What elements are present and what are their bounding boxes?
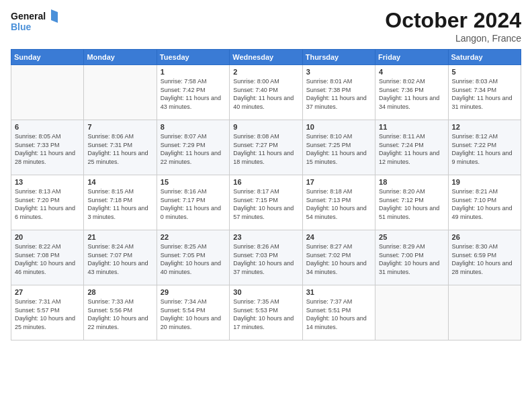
cell-2-6: 19 Sunrise: 8:21 AM Sunset: 7:10 PM Dayl…: [448, 175, 521, 230]
cell-info: Sunrise: 8:11 AM Sunset: 7:24 PM Dayligh…: [379, 132, 444, 166]
cell-3-0: 20 Sunrise: 8:22 AM Sunset: 7:08 PM Dayl…: [11, 230, 84, 285]
day-number: 11: [379, 123, 444, 131]
logo: General Blue: [11, 8, 58, 34]
day-number: 25: [379, 233, 444, 241]
cell-info: Sunrise: 8:26 AM Sunset: 7:03 PM Dayligh…: [233, 242, 298, 276]
cell-2-0: 13 Sunrise: 8:13 AM Sunset: 7:20 PM Dayl…: [11, 175, 84, 230]
day-number: 9: [233, 123, 298, 131]
col-friday: Friday: [375, 50, 448, 65]
cell-info: Sunrise: 8:20 AM Sunset: 7:12 PM Dayligh…: [379, 187, 444, 221]
day-number: 26: [452, 233, 517, 241]
day-number: 4: [379, 68, 444, 76]
svg-text:Blue: Blue: [11, 21, 32, 32]
cell-info: Sunrise: 7:33 AM Sunset: 5:56 PM Dayligh…: [87, 298, 152, 331]
cell-3-5: 25 Sunrise: 8:29 AM Sunset: 7:00 PM Dayl…: [375, 230, 448, 285]
cell-0-1: [84, 65, 157, 120]
week-row-4: 27 Sunrise: 7:31 AM Sunset: 5:57 PM Dayl…: [11, 285, 521, 340]
cell-3-1: 21 Sunrise: 8:24 AM Sunset: 7:07 PM Dayl…: [84, 230, 157, 285]
cell-2-2: 15 Sunrise: 8:16 AM Sunset: 7:17 PM Dayl…: [157, 175, 229, 230]
day-number: 6: [15, 123, 80, 131]
svg-marker-2: [51, 9, 58, 23]
cell-info: Sunrise: 8:29 AM Sunset: 7:00 PM Dayligh…: [379, 242, 444, 276]
day-number: 17: [306, 178, 371, 186]
page: General Blue October 2024 Langon, France…: [0, 0, 532, 411]
header-row: Sunday Monday Tuesday Wednesday Thursday…: [11, 50, 521, 65]
day-number: 28: [87, 288, 152, 296]
cell-3-6: 26 Sunrise: 8:30 AM Sunset: 6:59 PM Dayl…: [448, 230, 521, 285]
day-number: 8: [161, 123, 226, 131]
cell-3-2: 22 Sunrise: 8:25 AM Sunset: 7:05 PM Dayl…: [157, 230, 229, 285]
day-number: 10: [306, 123, 371, 131]
col-monday: Monday: [84, 50, 157, 65]
cell-info: Sunrise: 8:13 AM Sunset: 7:20 PM Dayligh…: [15, 187, 80, 221]
calendar-table: Sunday Monday Tuesday Wednesday Thursday…: [11, 49, 521, 340]
col-sunday: Sunday: [11, 50, 84, 65]
cell-1-1: 7 Sunrise: 8:06 AM Sunset: 7:31 PM Dayli…: [84, 120, 157, 175]
location-title: Langon, France: [385, 33, 521, 44]
week-row-0: 1 Sunrise: 7:58 AM Sunset: 7:42 PM Dayli…: [11, 65, 521, 120]
cell-info: Sunrise: 8:05 AM Sunset: 7:33 PM Dayligh…: [15, 132, 80, 166]
col-wednesday: Wednesday: [230, 50, 302, 65]
cell-2-5: 18 Sunrise: 8:20 AM Sunset: 7:12 PM Dayl…: [375, 175, 448, 230]
col-saturday: Saturday: [448, 50, 521, 65]
day-number: 20: [15, 233, 80, 241]
day-number: 1: [161, 68, 226, 76]
cell-1-0: 6 Sunrise: 8:05 AM Sunset: 7:33 PM Dayli…: [11, 120, 84, 175]
cell-info: Sunrise: 8:25 AM Sunset: 7:05 PM Dayligh…: [161, 242, 226, 276]
month-title: October 2024: [385, 8, 521, 33]
col-tuesday: Tuesday: [157, 50, 229, 65]
day-number: 16: [233, 178, 298, 186]
col-thursday: Thursday: [302, 50, 375, 65]
cell-3-3: 23 Sunrise: 8:26 AM Sunset: 7:03 PM Dayl…: [230, 230, 302, 285]
day-number: 31: [306, 288, 371, 296]
cell-info: Sunrise: 8:03 AM Sunset: 7:34 PM Dayligh…: [452, 77, 517, 111]
cell-info: Sunrise: 7:58 AM Sunset: 7:42 PM Dayligh…: [161, 77, 226, 111]
day-number: 23: [233, 233, 298, 241]
cell-4-3: 30 Sunrise: 7:35 AM Sunset: 5:53 PM Dayl…: [230, 285, 302, 340]
cell-2-1: 14 Sunrise: 8:15 AM Sunset: 7:18 PM Dayl…: [84, 175, 157, 230]
cell-info: Sunrise: 8:30 AM Sunset: 6:59 PM Dayligh…: [452, 242, 517, 276]
day-number: 24: [306, 233, 371, 241]
cell-0-5: 4 Sunrise: 8:02 AM Sunset: 7:36 PM Dayli…: [375, 65, 448, 120]
week-row-3: 20 Sunrise: 8:22 AM Sunset: 7:08 PM Dayl…: [11, 230, 521, 285]
day-number: 13: [15, 178, 80, 186]
cell-info: Sunrise: 7:35 AM Sunset: 5:53 PM Dayligh…: [233, 298, 298, 331]
cell-1-3: 9 Sunrise: 8:08 AM Sunset: 7:27 PM Dayli…: [230, 120, 302, 175]
cell-0-4: 3 Sunrise: 8:01 AM Sunset: 7:38 PM Dayli…: [302, 65, 375, 120]
cell-1-4: 10 Sunrise: 8:10 AM Sunset: 7:25 PM Dayl…: [302, 120, 375, 175]
day-number: 27: [15, 288, 80, 296]
day-number: 22: [161, 233, 226, 241]
day-number: 21: [87, 233, 152, 241]
cell-0-0: [11, 65, 84, 120]
cell-info: Sunrise: 8:01 AM Sunset: 7:38 PM Dayligh…: [306, 77, 371, 111]
day-number: 7: [87, 123, 152, 131]
day-number: 3: [306, 68, 371, 76]
cell-info: Sunrise: 8:10 AM Sunset: 7:25 PM Dayligh…: [306, 132, 371, 166]
day-number: 19: [452, 178, 517, 186]
cell-0-2: 1 Sunrise: 7:58 AM Sunset: 7:42 PM Dayli…: [157, 65, 229, 120]
day-number: 5: [452, 68, 517, 76]
cell-info: Sunrise: 8:12 AM Sunset: 7:22 PM Dayligh…: [452, 132, 517, 166]
cell-4-6: [448, 285, 521, 340]
cell-0-3: 2 Sunrise: 8:00 AM Sunset: 7:40 PM Dayli…: [230, 65, 302, 120]
week-row-2: 13 Sunrise: 8:13 AM Sunset: 7:20 PM Dayl…: [11, 175, 521, 230]
day-number: 2: [233, 68, 298, 76]
cell-info: Sunrise: 8:07 AM Sunset: 7:29 PM Dayligh…: [161, 132, 226, 166]
cell-0-6: 5 Sunrise: 8:03 AM Sunset: 7:34 PM Dayli…: [448, 65, 521, 120]
cell-info: Sunrise: 8:06 AM Sunset: 7:31 PM Dayligh…: [87, 132, 152, 166]
cell-4-4: 31 Sunrise: 7:37 AM Sunset: 5:51 PM Dayl…: [302, 285, 375, 340]
day-number: 29: [161, 288, 226, 296]
cell-2-3: 16 Sunrise: 8:17 AM Sunset: 7:15 PM Dayl…: [230, 175, 302, 230]
cell-info: Sunrise: 8:21 AM Sunset: 7:10 PM Dayligh…: [452, 187, 517, 221]
cell-info: Sunrise: 7:31 AM Sunset: 5:57 PM Dayligh…: [15, 298, 80, 331]
cell-4-5: [375, 285, 448, 340]
logo-svg: General Blue: [11, 8, 58, 34]
day-number: 30: [233, 288, 298, 296]
cell-info: Sunrise: 7:34 AM Sunset: 5:54 PM Dayligh…: [161, 298, 226, 331]
cell-2-4: 17 Sunrise: 8:18 AM Sunset: 7:13 PM Dayl…: [302, 175, 375, 230]
cell-info: Sunrise: 8:02 AM Sunset: 7:36 PM Dayligh…: [379, 77, 444, 111]
title-block: October 2024 Langon, France: [385, 8, 521, 44]
day-number: 15: [161, 178, 226, 186]
cell-info: Sunrise: 8:15 AM Sunset: 7:18 PM Dayligh…: [87, 187, 152, 221]
cell-info: Sunrise: 8:08 AM Sunset: 7:27 PM Dayligh…: [233, 132, 298, 166]
